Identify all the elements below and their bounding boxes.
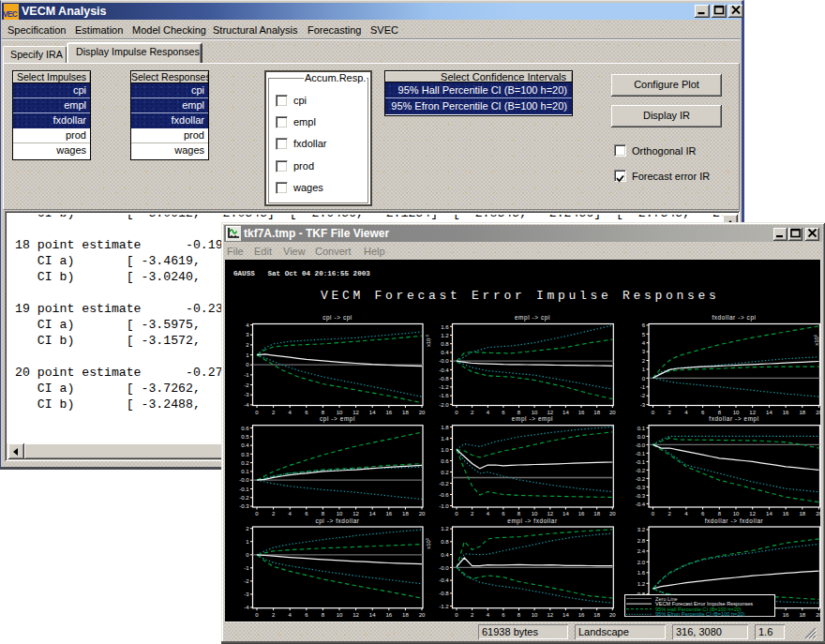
svg-text:14: 14 bbox=[766, 410, 772, 415]
svg-text:GAUSS Sat Oct 04 20:16:55 20: GAUSS Sat Oct 04 20:16:55 2003 bbox=[233, 270, 370, 277]
svg-text:18: 18 bbox=[402, 612, 409, 617]
svg-text:0.1: 0.1 bbox=[638, 426, 646, 431]
svg-text:0.6: 0.6 bbox=[441, 458, 449, 464]
svg-text:0: 0 bbox=[642, 376, 646, 382]
svg-text:10: 10 bbox=[532, 511, 538, 517]
svg-text:0.0: 0.0 bbox=[638, 434, 646, 440]
svg-text:14: 14 bbox=[562, 612, 569, 617]
svg-text:-0.1: -0.1 bbox=[636, 451, 646, 457]
svg-text:20: 20 bbox=[609, 612, 616, 617]
svg-text:18: 18 bbox=[593, 612, 600, 617]
svg-text:-0.3: -0.3 bbox=[239, 503, 249, 509]
svg-text:fxdollar -> fxdollar: fxdollar -> fxdollar bbox=[705, 517, 764, 524]
svg-text:4: 4 bbox=[487, 410, 490, 415]
svg-text:-0.2: -0.2 bbox=[239, 495, 249, 501]
svg-text:10: 10 bbox=[733, 410, 740, 415]
svg-text:0: 0 bbox=[255, 511, 259, 517]
svg-text:-0.0: -0.0 bbox=[239, 477, 249, 483]
svg-text:18: 18 bbox=[799, 410, 805, 415]
svg-text:0.2: 0.2 bbox=[441, 470, 449, 475]
svg-text:-4: -4 bbox=[244, 402, 249, 408]
svg-text:18: 18 bbox=[593, 410, 600, 415]
svg-text:-0.2: -0.2 bbox=[636, 468, 646, 473]
svg-text:4: 4 bbox=[487, 612, 490, 617]
svg-text:6: 6 bbox=[502, 511, 505, 517]
svg-text:cpi -> empl: cpi -> empl bbox=[320, 415, 355, 423]
svg-text:8: 8 bbox=[322, 612, 325, 617]
svg-text:4: 4 bbox=[289, 612, 292, 617]
svg-text:-0.1: -0.1 bbox=[239, 487, 249, 492]
svg-text:fxdollar -> empl: fxdollar -> empl bbox=[709, 415, 758, 423]
svg-text:4: 4 bbox=[246, 322, 249, 328]
svg-text:12: 12 bbox=[749, 511, 756, 517]
svg-text:6: 6 bbox=[502, 612, 505, 617]
svg-text:20: 20 bbox=[816, 511, 820, 517]
svg-text:6: 6 bbox=[305, 612, 308, 617]
svg-text:2: 2 bbox=[471, 612, 474, 617]
svg-text:2: 2 bbox=[668, 410, 672, 415]
svg-text:2.8: 2.8 bbox=[638, 538, 646, 544]
svg-text:0.4: 0.4 bbox=[441, 350, 449, 355]
svg-text:6: 6 bbox=[642, 322, 646, 328]
svg-text:8: 8 bbox=[322, 511, 325, 517]
svg-text:10: 10 bbox=[337, 511, 343, 517]
svg-text:2: 2 bbox=[272, 410, 276, 415]
svg-text:4: 4 bbox=[684, 511, 688, 517]
svg-text:2: 2 bbox=[642, 358, 646, 364]
svg-text:-1.0: -1.0 bbox=[439, 503, 449, 509]
svg-text:6: 6 bbox=[502, 410, 505, 415]
svg-text:10: 10 bbox=[337, 410, 343, 415]
svg-text:12: 12 bbox=[352, 612, 359, 617]
svg-text:-0.4: -0.4 bbox=[439, 367, 449, 373]
svg-text:empl -> fxdollar: empl -> fxdollar bbox=[507, 517, 558, 525]
svg-text:16: 16 bbox=[783, 612, 789, 617]
svg-text:1: 1 bbox=[246, 539, 249, 545]
svg-text:12: 12 bbox=[749, 410, 756, 415]
svg-text:10: 10 bbox=[532, 410, 538, 415]
svg-text:16: 16 bbox=[783, 410, 789, 415]
svg-text:0: 0 bbox=[246, 552, 249, 558]
svg-text:x101: x101 bbox=[813, 334, 819, 345]
svg-text:20: 20 bbox=[816, 612, 820, 617]
svg-text:-1: -1 bbox=[640, 384, 646, 390]
svg-text:0: 0 bbox=[652, 410, 655, 415]
svg-text:1.0: 1.0 bbox=[441, 447, 449, 453]
svg-text:0: 0 bbox=[652, 511, 655, 517]
svg-text:1.2: 1.2 bbox=[441, 333, 449, 338]
svg-text:VECM Forecast Error Impulse Re: VECM Forecast Error Impulse Responses bbox=[321, 289, 720, 303]
svg-text:-2: -2 bbox=[640, 393, 646, 398]
svg-text:-0.4: -0.4 bbox=[636, 502, 646, 507]
svg-text:2: 2 bbox=[272, 612, 276, 617]
svg-text:-2: -2 bbox=[244, 578, 249, 584]
svg-text:10: 10 bbox=[733, 511, 740, 517]
svg-text:10: 10 bbox=[337, 612, 343, 617]
svg-text:8: 8 bbox=[322, 410, 325, 415]
svg-text:1: 1 bbox=[642, 367, 646, 372]
svg-text:20: 20 bbox=[419, 410, 426, 415]
svg-text:1.6: 1.6 bbox=[441, 324, 449, 330]
svg-text:-2: -2 bbox=[244, 382, 249, 388]
svg-text:-0.6: -0.6 bbox=[439, 492, 449, 498]
svg-text:14: 14 bbox=[562, 410, 569, 415]
svg-text:20: 20 bbox=[419, 612, 426, 617]
svg-text:-1.6: -1.6 bbox=[439, 393, 449, 398]
svg-text:x101: x101 bbox=[425, 537, 431, 548]
svg-text:2.4: 2.4 bbox=[638, 548, 646, 554]
svg-text:2: 2 bbox=[246, 526, 249, 532]
svg-text:-3: -3 bbox=[244, 392, 249, 397]
svg-text:-1.2: -1.2 bbox=[439, 384, 449, 390]
svg-text:20: 20 bbox=[609, 511, 616, 517]
svg-text:14: 14 bbox=[369, 410, 376, 415]
svg-text:8: 8 bbox=[718, 511, 722, 517]
svg-text:20: 20 bbox=[816, 410, 820, 415]
svg-text:20: 20 bbox=[419, 511, 426, 517]
svg-text:14: 14 bbox=[369, 511, 376, 517]
svg-text:0.5: 0.5 bbox=[241, 434, 249, 440]
svg-text:0: 0 bbox=[255, 410, 259, 415]
svg-text:16: 16 bbox=[385, 511, 392, 517]
svg-text:2.0: 2.0 bbox=[638, 560, 646, 565]
svg-text:-1.2: -1.2 bbox=[439, 604, 449, 609]
svg-text:-0.3: -0.3 bbox=[636, 493, 646, 499]
svg-text:0: 0 bbox=[455, 410, 458, 415]
svg-text:0.1: 0.1 bbox=[241, 469, 249, 474]
